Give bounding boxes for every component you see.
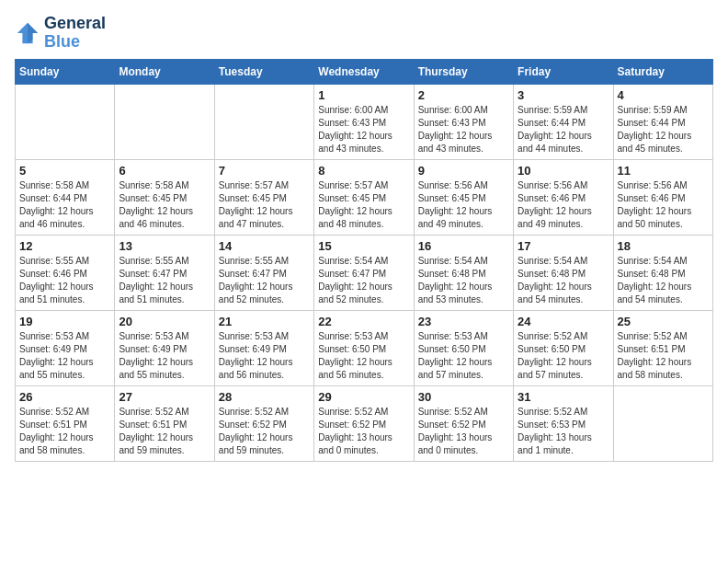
calendar-cell: 28Sunrise: 5:52 AMSunset: 6:52 PMDayligh… <box>214 385 313 461</box>
day-info: Sunrise: 5:56 AMSunset: 6:46 PMDaylight:… <box>618 179 709 231</box>
day-info: Sunrise: 5:59 AMSunset: 6:44 PMDaylight:… <box>518 104 609 155</box>
calendar-cell: 20Sunrise: 5:53 AMSunset: 6:49 PMDayligh… <box>115 310 214 385</box>
calendar-cell: 16Sunrise: 5:54 AMSunset: 6:48 PMDayligh… <box>414 235 513 310</box>
day-number: 9 <box>418 164 509 178</box>
day-number: 24 <box>518 315 609 328</box>
day-number: 2 <box>418 88 509 102</box>
day-number: 15 <box>318 239 409 253</box>
day-number: 29 <box>318 390 409 404</box>
day-info: Sunrise: 5:55 AMSunset: 6:47 PMDaylight:… <box>219 255 310 306</box>
day-info: Sunrise: 5:56 AMSunset: 6:45 PMDaylight:… <box>418 179 509 231</box>
day-info: Sunrise: 5:53 AMSunset: 6:50 PMDaylight:… <box>418 330 509 382</box>
day-info: Sunrise: 5:58 AMSunset: 6:45 PMDaylight:… <box>119 179 210 231</box>
day-number: 26 <box>19 390 110 404</box>
calendar-cell: 31Sunrise: 5:52 AMSunset: 6:53 PMDayligh… <box>514 385 613 461</box>
day-number: 10 <box>518 164 609 178</box>
calendar-cell <box>214 84 313 159</box>
calendar-cell <box>16 84 115 159</box>
calendar-cell: 7Sunrise: 5:57 AMSunset: 6:45 PMDaylight… <box>214 159 313 235</box>
day-info: Sunrise: 5:53 AMSunset: 6:49 PMDaylight:… <box>119 330 210 382</box>
weekday-header-saturday: Saturday <box>613 59 712 84</box>
day-number: 28 <box>219 390 310 404</box>
logo-icon <box>15 20 40 46</box>
day-info: Sunrise: 5:57 AMSunset: 6:45 PMDaylight:… <box>219 179 310 231</box>
week-row-1: 1Sunrise: 6:00 AMSunset: 6:43 PMDaylight… <box>16 84 713 159</box>
day-info: Sunrise: 5:52 AMSunset: 6:51 PMDaylight:… <box>618 330 709 382</box>
calendar-cell <box>115 84 214 159</box>
calendar-cell: 5Sunrise: 5:58 AMSunset: 6:44 PMDaylight… <box>16 159 115 235</box>
day-number: 4 <box>618 88 709 102</box>
day-number: 25 <box>618 315 709 328</box>
day-info: Sunrise: 5:54 AMSunset: 6:48 PMDaylight:… <box>418 255 509 306</box>
day-number: 11 <box>618 164 709 178</box>
day-number: 6 <box>119 164 210 178</box>
weekday-header-tuesday: Tuesday <box>214 59 313 84</box>
day-number: 14 <box>219 239 310 253</box>
day-info: Sunrise: 5:52 AMSunset: 6:51 PMDaylight:… <box>119 406 210 457</box>
day-info: Sunrise: 5:54 AMSunset: 6:48 PMDaylight:… <box>518 255 609 306</box>
day-info: Sunrise: 5:57 AMSunset: 6:45 PMDaylight:… <box>318 179 409 231</box>
calendar-cell: 2Sunrise: 6:00 AMSunset: 6:43 PMDaylight… <box>414 84 513 159</box>
day-number: 16 <box>418 239 509 253</box>
day-number: 17 <box>518 239 609 253</box>
calendar-cell: 26Sunrise: 5:52 AMSunset: 6:51 PMDayligh… <box>16 385 115 461</box>
calendar-cell: 23Sunrise: 5:53 AMSunset: 6:50 PMDayligh… <box>414 310 513 385</box>
calendar-cell: 22Sunrise: 5:53 AMSunset: 6:50 PMDayligh… <box>314 310 414 385</box>
logo-text: General Blue <box>44 15 106 52</box>
day-info: Sunrise: 5:53 AMSunset: 6:50 PMDaylight:… <box>318 330 409 382</box>
calendar-cell <box>613 385 712 461</box>
calendar-cell: 12Sunrise: 5:55 AMSunset: 6:46 PMDayligh… <box>16 235 115 310</box>
day-number: 19 <box>19 315 110 328</box>
weekday-header-thursday: Thursday <box>414 59 513 84</box>
day-info: Sunrise: 5:53 AMSunset: 6:49 PMDaylight:… <box>19 330 110 382</box>
calendar-cell: 10Sunrise: 5:56 AMSunset: 6:46 PMDayligh… <box>514 159 613 235</box>
page-header: General Blue <box>15 15 713 52</box>
calendar-cell: 4Sunrise: 5:59 AMSunset: 6:44 PMDaylight… <box>613 84 712 159</box>
calendar-cell: 6Sunrise: 5:58 AMSunset: 6:45 PMDaylight… <box>115 159 214 235</box>
day-info: Sunrise: 6:00 AMSunset: 6:43 PMDaylight:… <box>418 104 509 155</box>
day-number: 7 <box>219 164 310 178</box>
day-info: Sunrise: 5:52 AMSunset: 6:53 PMDaylight:… <box>518 406 609 457</box>
calendar-cell: 3Sunrise: 5:59 AMSunset: 6:44 PMDaylight… <box>514 84 613 159</box>
day-number: 13 <box>119 239 210 253</box>
day-info: Sunrise: 5:54 AMSunset: 6:47 PMDaylight:… <box>318 255 409 306</box>
day-info: Sunrise: 5:52 AMSunset: 6:52 PMDaylight:… <box>318 406 409 457</box>
calendar-cell: 27Sunrise: 5:52 AMSunset: 6:51 PMDayligh… <box>115 385 214 461</box>
day-number: 31 <box>518 390 609 404</box>
day-info: Sunrise: 5:53 AMSunset: 6:49 PMDaylight:… <box>219 330 310 382</box>
weekday-header-friday: Friday <box>514 59 613 84</box>
day-number: 12 <box>19 239 110 253</box>
day-number: 5 <box>19 164 110 178</box>
day-number: 1 <box>318 88 409 102</box>
day-info: Sunrise: 5:52 AMSunset: 6:51 PMDaylight:… <box>19 406 110 457</box>
calendar-cell: 18Sunrise: 5:54 AMSunset: 6:48 PMDayligh… <box>613 235 712 310</box>
calendar-cell: 29Sunrise: 5:52 AMSunset: 6:52 PMDayligh… <box>314 385 414 461</box>
weekday-header-row: SundayMondayTuesdayWednesdayThursdayFrid… <box>16 59 713 84</box>
calendar-cell: 8Sunrise: 5:57 AMSunset: 6:45 PMDaylight… <box>314 159 414 235</box>
calendar-cell: 24Sunrise: 5:52 AMSunset: 6:50 PMDayligh… <box>514 310 613 385</box>
week-row-4: 19Sunrise: 5:53 AMSunset: 6:49 PMDayligh… <box>16 310 713 385</box>
weekday-header-monday: Monday <box>115 59 214 84</box>
day-info: Sunrise: 5:58 AMSunset: 6:44 PMDaylight:… <box>19 179 110 231</box>
calendar-table: SundayMondayTuesdayWednesdayThursdayFrid… <box>15 59 713 462</box>
day-info: Sunrise: 5:55 AMSunset: 6:46 PMDaylight:… <box>19 255 110 306</box>
day-number: 27 <box>119 390 210 404</box>
day-number: 8 <box>318 164 409 178</box>
weekday-header-wednesday: Wednesday <box>314 59 414 84</box>
calendar-cell: 14Sunrise: 5:55 AMSunset: 6:47 PMDayligh… <box>214 235 313 310</box>
calendar-cell: 1Sunrise: 6:00 AMSunset: 6:43 PMDaylight… <box>314 84 414 159</box>
calendar-cell: 25Sunrise: 5:52 AMSunset: 6:51 PMDayligh… <box>613 310 712 385</box>
week-row-2: 5Sunrise: 5:58 AMSunset: 6:44 PMDaylight… <box>16 159 713 235</box>
week-row-3: 12Sunrise: 5:55 AMSunset: 6:46 PMDayligh… <box>16 235 713 310</box>
day-number: 22 <box>318 315 409 328</box>
calendar-cell: 11Sunrise: 5:56 AMSunset: 6:46 PMDayligh… <box>613 159 712 235</box>
logo: General Blue <box>15 15 106 52</box>
day-info: Sunrise: 5:59 AMSunset: 6:44 PMDaylight:… <box>618 104 709 155</box>
day-info: Sunrise: 5:52 AMSunset: 6:50 PMDaylight:… <box>518 330 609 382</box>
calendar-cell: 30Sunrise: 5:52 AMSunset: 6:52 PMDayligh… <box>414 385 513 461</box>
calendar-cell: 17Sunrise: 5:54 AMSunset: 6:48 PMDayligh… <box>514 235 613 310</box>
day-info: Sunrise: 5:52 AMSunset: 6:52 PMDaylight:… <box>418 406 509 457</box>
day-number: 23 <box>418 315 509 328</box>
calendar-cell: 13Sunrise: 5:55 AMSunset: 6:47 PMDayligh… <box>115 235 214 310</box>
calendar-cell: 21Sunrise: 5:53 AMSunset: 6:49 PMDayligh… <box>214 310 313 385</box>
